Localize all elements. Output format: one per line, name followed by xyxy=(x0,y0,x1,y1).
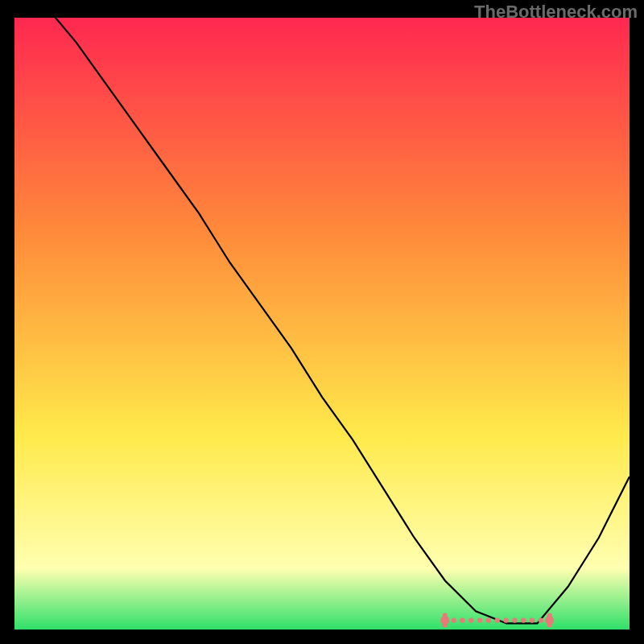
marker-dot xyxy=(530,617,535,622)
plot-background xyxy=(14,18,630,630)
marker-endcap xyxy=(443,613,448,628)
marker-dot xyxy=(469,617,473,622)
marker-dot xyxy=(539,617,543,622)
marker-dot xyxy=(460,617,464,622)
marker-dot xyxy=(477,617,482,622)
marker-dot xyxy=(495,617,500,622)
marker-dot xyxy=(451,617,456,622)
marker-dot xyxy=(486,617,491,622)
bottleneck-chart xyxy=(14,18,630,630)
marker-dot xyxy=(512,617,517,622)
marker-endcap xyxy=(547,613,552,628)
marker-dot xyxy=(503,617,508,622)
chart-svg xyxy=(14,18,630,630)
marker-dot xyxy=(521,617,526,622)
watermark-text: TheBottleneck.com xyxy=(474,2,638,23)
